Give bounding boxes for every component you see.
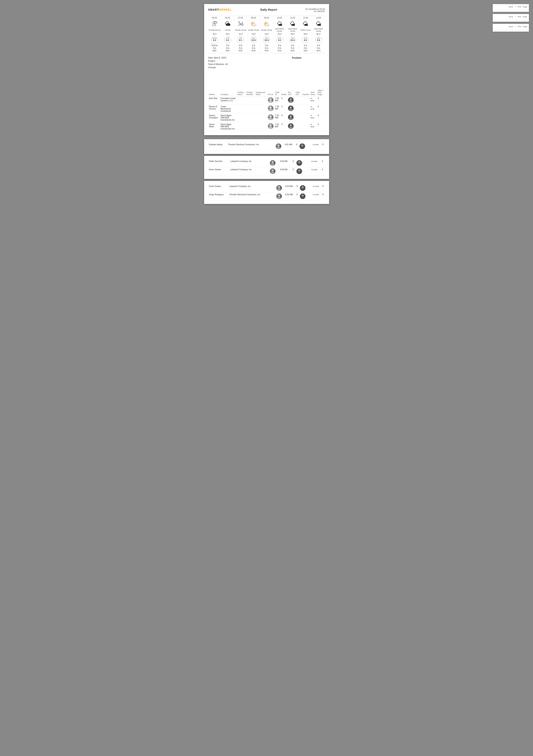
time-in: 6:53 AM — [285, 184, 296, 192]
mostly-cloudy-icon: 🌬 — [235, 21, 246, 27]
continuation-table-3: Oscar Solano Lolspeich Company, Inc. 6:5… — [208, 184, 325, 201]
total-hours: 0 — [317, 104, 325, 113]
avatar-out — [296, 160, 302, 166]
time-in: 6:52 AM — [285, 192, 296, 201]
department-name — [255, 113, 267, 122]
time-in: 7:32 AM — [274, 113, 281, 122]
svg-point-8 — [269, 115, 272, 118]
svg-point-27 — [302, 186, 304, 188]
avatar — [276, 144, 281, 149]
weather-cell-5: 🌤 Intermittent clouds 75 F NW 9.2 0 in 0… — [273, 20, 286, 53]
project-label: Project: — [208, 60, 265, 62]
break: 0 — [295, 142, 299, 151]
svg-point-0 — [269, 98, 272, 100]
transfer — [301, 122, 310, 131]
col-position-number: Position Number — [246, 89, 255, 96]
weather-cell-8: 🌤 Intermittent clouds 81 F NW 9.2 0 in 0… — [312, 20, 325, 53]
table-row: Henry Solano Lolspeich Company, Inc. 6:4… — [208, 167, 325, 176]
worker-company: Thunder Electrical Contractors, Inc. — [228, 192, 269, 201]
panel-row — [495, 9, 527, 10]
department-name — [255, 104, 267, 113]
svg-point-13 — [269, 126, 272, 129]
worker-name: Santos Granados — [208, 113, 220, 122]
svg-point-16 — [277, 145, 280, 147]
avatar-out — [288, 123, 293, 129]
weather-desc: Mostly cloudy — [261, 28, 272, 33]
table-row: Jorge Rodriguez Thunder Electrical Contr… — [208, 192, 325, 201]
svg-point-21 — [298, 161, 300, 163]
col-pic-out: PIC OUT — [287, 89, 295, 96]
avatar — [270, 160, 275, 166]
status-badge: At work — [310, 113, 317, 122]
department-name — [255, 96, 267, 104]
time-in: 6:50 AM — [279, 159, 292, 167]
worker-name: Henry Solano — [208, 167, 229, 176]
worker-company: Thunder Electrical Contractors, Inc. — [227, 142, 269, 151]
avatar-out — [296, 169, 302, 174]
logo-accent: BĒRREL — [219, 8, 232, 11]
table-row: Ramon E Herrera Tropic Mechanical Contra… — [208, 104, 325, 113]
time-in: 6:49 AM — [279, 167, 292, 176]
sidebar-panel-1: Alerts / PPE Flags — [493, 4, 529, 12]
position-name — [237, 122, 246, 131]
pic-in — [267, 96, 274, 104]
pic-out — [287, 96, 295, 104]
transfer — [301, 113, 310, 122]
worker-company: Lolspeich Company, Inc. — [229, 159, 262, 167]
time-cell: 10:00 — [273, 16, 286, 20]
sidebar-panel-2: Alerts / PPE Flags — [493, 14, 529, 22]
total-hours: 0 — [321, 142, 325, 151]
continuation-table-2: Pablo Sanchez Lolspeich Company, Inc. 6:… — [208, 159, 325, 176]
avatar — [268, 114, 273, 120]
position-label: Position — [292, 57, 301, 59]
svg-point-24 — [298, 170, 300, 172]
break: 0 — [296, 192, 299, 201]
break: 0 — [292, 159, 296, 167]
cloudy-icon: 🌥 — [222, 21, 234, 27]
svg-point-9 — [269, 118, 272, 120]
avatar-out — [300, 193, 306, 199]
col-transfer: Transfer — [301, 89, 310, 96]
worker-name: Ariel Diaz — [208, 96, 220, 104]
time-cell: 06:00 — [221, 16, 234, 20]
status-badge: At work — [310, 122, 317, 131]
col-worker: Worker — [208, 89, 220, 96]
svg-point-19 — [272, 161, 274, 163]
svg-point-1 — [269, 100, 272, 103]
thunderstorm-icon: ⛈ — [209, 21, 221, 27]
worker-name: Oscar Solano — [208, 184, 229, 192]
avatar — [276, 185, 282, 191]
time-cell: 07:00 — [234, 16, 247, 20]
svg-point-18 — [301, 145, 303, 147]
worker-company: Formative Linear Systems, LLC — [220, 96, 237, 104]
wind-badge: NW 10.4 — [263, 37, 270, 43]
position-section: Position — [268, 57, 325, 69]
total-hours: 0 — [322, 192, 325, 201]
total-hours: 0 — [317, 96, 325, 104]
continuation-page-2: Pablo Sanchez Lolspeich Company, Inc. 6:… — [204, 156, 329, 179]
continuation-table-1: Esteban Iadray Thunder Electrical Contra… — [208, 142, 325, 151]
weather-temp: 76 F — [287, 33, 298, 35]
time-out — [294, 122, 301, 131]
weather-section: 05:00 06:00 07:00 08:00 09:00 10:00 11:0… — [208, 16, 325, 53]
weather-icons-row: ⛈ Thunderstorms 76 F WNW 9.2 0.04 in 0 i… — [208, 20, 325, 53]
intermittent-clouds-icon: 🌤 — [313, 21, 324, 27]
transfer — [301, 104, 310, 113]
avatar — [276, 193, 282, 199]
report-title: Daily Report — [260, 8, 277, 11]
company-label: Compar — [208, 66, 265, 68]
spacer — [208, 73, 325, 89]
pic-out — [296, 167, 306, 176]
total-hours: 0 — [321, 167, 325, 176]
svg-point-5 — [269, 109, 272, 111]
wind-badge: WNW 9.2 — [211, 37, 218, 43]
weather-cell-2: 🌬 Mostly cloudy 72 F NW 8.1 0 in 0 in 69… — [234, 20, 247, 53]
pic-out — [287, 122, 295, 131]
time-in: 7:39 AM — [274, 104, 281, 113]
continuation-page-3: Oscar Solano Lolspeich Company, Inc. 6:5… — [204, 181, 329, 204]
weather-temp: 78 F — [300, 33, 312, 35]
svg-point-28 — [278, 195, 280, 197]
worker-company: Stone Again DBA BEE Investments Inc. — [220, 122, 237, 131]
partly-sunny-icon: 🌤 — [300, 21, 312, 27]
svg-point-20 — [271, 163, 274, 166]
